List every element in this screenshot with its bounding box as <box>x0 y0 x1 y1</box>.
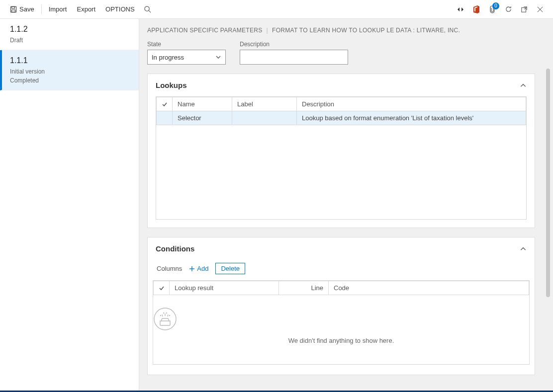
breadcrumb-a: APPLICATION SPECIFIC PARAMETERS <box>147 27 263 34</box>
breadcrumb-separator: | <box>267 27 268 34</box>
conditions-card: Conditions Columns Add De <box>147 237 535 375</box>
svg-point-10 <box>154 308 176 330</box>
version-item[interactable]: 1.1.2Draft <box>0 19 139 50</box>
description-input[interactable] <box>240 50 348 65</box>
lookups-card: Lookups Name <box>147 74 535 228</box>
command-bar: Save Import Export OPTIONS 0 <box>0 0 553 19</box>
lookups-col-check[interactable] <box>157 97 173 111</box>
svg-point-14 <box>161 315 161 316</box>
version-subline: Draft <box>10 36 129 45</box>
conditions-col-check[interactable] <box>154 281 170 295</box>
version-title: 1.1.2 <box>10 25 129 34</box>
row-check[interactable] <box>157 111 173 125</box>
conditions-toolbar: Columns Add Delete <box>148 260 535 280</box>
export-label: Export <box>77 5 95 13</box>
plus-icon <box>189 266 195 272</box>
add-label: Add <box>197 265 208 272</box>
import-button[interactable]: Import <box>44 2 72 16</box>
row-label <box>232 111 297 125</box>
breadcrumb-b: FORMAT TO LEARN HOW TO LOOKUP LE DATA : … <box>272 27 460 34</box>
attachments-button[interactable]: 0 <box>484 1 500 17</box>
conditions-empty: We didn't find anything to show here. <box>153 295 529 364</box>
separator <box>41 4 42 14</box>
open-new-window-button[interactable] <box>516 1 532 17</box>
svg-point-15 <box>170 315 170 316</box>
row-name: Selector <box>173 111 232 125</box>
connector-icon-button[interactable] <box>453 1 468 17</box>
conditions-empty-text: We didn't find anything to show here. <box>153 337 529 344</box>
conditions-col-line[interactable]: Line <box>279 281 329 295</box>
chevron-down-icon <box>215 54 221 60</box>
lookups-col-label[interactable]: Label <box>232 97 297 111</box>
state-label: State <box>147 41 226 48</box>
conditions-col-code[interactable]: Code <box>329 281 529 295</box>
empty-folder-icon <box>153 307 529 331</box>
svg-line-4 <box>149 10 151 12</box>
header-form: State In progress Description <box>147 41 535 65</box>
lookups-grid[interactable]: Name Label Description SelectorLookup ba… <box>156 96 527 220</box>
state-field: State In progress <box>147 41 226 65</box>
close-button[interactable] <box>532 1 548 17</box>
lookups-header[interactable]: Lookups <box>148 74 535 96</box>
chevron-up-icon[interactable] <box>520 245 527 252</box>
options-label: OPTIONS <box>105 5 135 13</box>
office-icon <box>473 5 480 13</box>
export-button[interactable]: Export <box>72 2 100 16</box>
svg-point-17 <box>167 313 167 314</box>
close-icon <box>537 6 544 13</box>
version-list: 1.1.2Draft1.1.1Initial versionCompleted <box>0 19 139 392</box>
add-button[interactable]: Add <box>189 265 208 272</box>
columns-button[interactable]: Columns <box>157 265 182 272</box>
open-new-window-icon <box>521 6 528 13</box>
delete-button[interactable]: Delete <box>215 263 245 274</box>
conditions-header[interactable]: Conditions <box>148 237 535 260</box>
main-panel: APPLICATION SPECIFIC PARAMETERS | FORMAT… <box>139 19 553 392</box>
description-label: Description <box>240 41 348 48</box>
version-subline: Completed <box>10 76 129 85</box>
conditions-title: Conditions <box>156 244 194 253</box>
version-subline: Initial version <box>10 67 129 76</box>
svg-point-16 <box>164 313 164 314</box>
search-icon <box>144 5 151 13</box>
svg-rect-2 <box>12 9 15 11</box>
svg-line-13 <box>168 314 168 316</box>
scrollbar[interactable] <box>546 69 550 297</box>
table-row[interactable]: SelectorLookup based on format enumerati… <box>157 111 526 125</box>
state-value: In progress <box>152 54 184 61</box>
svg-rect-1 <box>12 6 15 8</box>
office-button[interactable] <box>468 1 484 17</box>
save-label: Save <box>19 5 34 13</box>
connector-icon <box>457 6 464 12</box>
row-desc: Lookup based on format enumeration 'List… <box>297 111 526 125</box>
breadcrumb: APPLICATION SPECIFIC PARAMETERS | FORMAT… <box>147 27 535 34</box>
save-icon <box>10 6 17 13</box>
svg-point-3 <box>145 6 149 11</box>
conditions-grid[interactable]: Lookup result Line Code <box>153 280 530 365</box>
conditions-col-result[interactable]: Lookup result <box>170 281 279 295</box>
lookups-col-desc[interactable]: Description <box>297 97 526 111</box>
version-title: 1.1.1 <box>10 56 129 65</box>
version-item[interactable]: 1.1.1Initial versionCompleted <box>0 50 139 90</box>
options-button[interactable]: OPTIONS <box>100 2 140 16</box>
description-field: Description <box>240 41 348 65</box>
chevron-up-icon[interactable] <box>520 82 527 89</box>
svg-line-11 <box>162 314 163 316</box>
attachments-badge: 0 <box>492 2 499 9</box>
lookups-title: Lookups <box>156 81 187 89</box>
search-button[interactable] <box>140 1 156 17</box>
lookups-col-name[interactable]: Name <box>173 97 232 111</box>
state-select[interactable]: In progress <box>147 50 226 65</box>
refresh-icon <box>505 5 512 13</box>
save-button[interactable]: Save <box>5 2 39 16</box>
import-label: Import <box>49 5 67 13</box>
refresh-button[interactable] <box>500 1 516 17</box>
